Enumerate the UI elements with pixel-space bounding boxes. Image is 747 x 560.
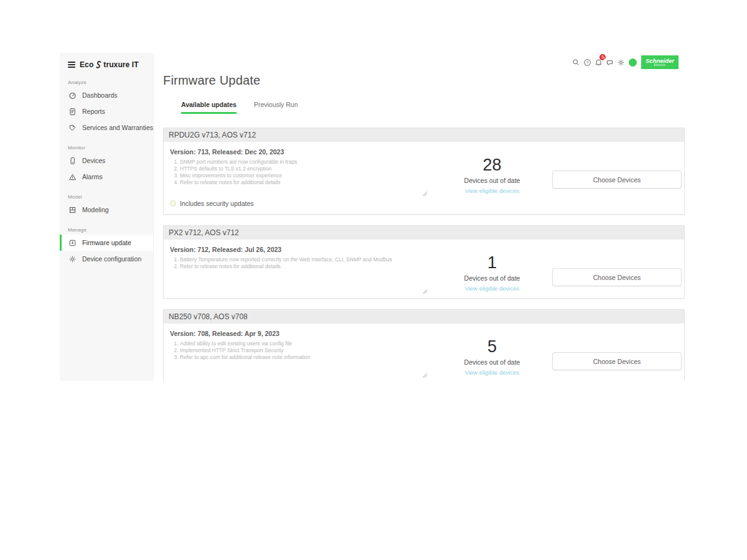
card-release-info: Version: 713, Released: Dec 20, 2023 SNM… bbox=[170, 147, 435, 207]
card-title: RPDU2G v713, AOS v712 bbox=[164, 128, 684, 142]
sidebar-section-manage: Manage bbox=[68, 227, 153, 233]
devices-count: 5 bbox=[435, 337, 550, 357]
release-notes-list: Battery Temperature now reported correct… bbox=[170, 256, 428, 270]
release-note: Implemented HTTP Strict Transport Securi… bbox=[180, 347, 428, 354]
firmware-card-px2: PX2 v712, AOS v712 Version: 712, Release… bbox=[163, 225, 685, 299]
firmware-card-rpdu2g: RPDU2G v713, AOS v712 Version: 713, Rele… bbox=[163, 128, 685, 215]
update-cards: RPDU2G v713, AOS v712 Version: 713, Rele… bbox=[163, 128, 685, 381]
release-note: Refer to release notes for additional de… bbox=[180, 179, 428, 186]
security-updates-row: Includes security updates bbox=[170, 200, 435, 207]
devices-count-label: Devices out of date bbox=[435, 274, 550, 282]
sidebar-item-label: Firmware update bbox=[82, 239, 131, 246]
firmware-card-nb250: NB250 v708, AOS v708 Version: 708, Relea… bbox=[163, 309, 685, 381]
view-eligible-devices-link[interactable]: View eligible devices bbox=[465, 369, 520, 376]
tab-bar: Available updates Previously Run bbox=[181, 101, 685, 114]
version-line: Version: 708, Released: Apr 9, 2023 bbox=[170, 330, 435, 337]
logo-text-truxure: truxure IT bbox=[103, 60, 138, 69]
sidebar-item-dashboards[interactable]: Dashboards bbox=[60, 87, 153, 103]
release-note: Refer to release notes for additional de… bbox=[180, 263, 428, 270]
main-content: Firmware Update Available updates Previo… bbox=[154, 53, 685, 381]
service-tag-icon bbox=[68, 124, 77, 132]
sidebar-item-alarms[interactable]: Alarms bbox=[60, 169, 153, 185]
sidebar-section-analyze: Analyze bbox=[68, 80, 153, 85]
page-title: Firmware Update bbox=[163, 73, 685, 88]
sidebar-item-services-warranties[interactable]: Services and Warranties bbox=[60, 119, 153, 136]
release-notes-area[interactable]: Battery Temperature now reported correct… bbox=[170, 256, 428, 295]
version-line: Version: 712, Released: Jul 26, 2023 bbox=[170, 246, 435, 253]
release-note: Battery Temperature now reported correct… bbox=[180, 256, 428, 263]
sidebar-section-monitor: Monitor bbox=[68, 145, 153, 151]
resize-grip-icon[interactable] bbox=[423, 373, 427, 378]
sidebar-item-label: Reports bbox=[82, 108, 105, 115]
release-note: Refer to apc.com for additional release … bbox=[180, 354, 428, 361]
release-note: Misc improvements to customer experience bbox=[180, 172, 428, 179]
security-label: Includes security updates bbox=[180, 200, 253, 207]
view-eligible-devices-link[interactable]: View eligible devices bbox=[465, 187, 520, 194]
out-of-date-summary: 5 Devices out of date View eligible devi… bbox=[435, 329, 550, 379]
sidebar-item-label: Modeling bbox=[82, 206, 109, 213]
card-title: PX2 v712, AOS v712 bbox=[164, 226, 684, 240]
sidebar-item-devices[interactable]: Devices bbox=[60, 152, 153, 169]
sidebar-section-model: Model bbox=[68, 194, 153, 200]
device-config-gear-icon bbox=[68, 255, 77, 263]
menu-icon[interactable] bbox=[68, 62, 75, 68]
sidebar-item-reports[interactable]: Reports bbox=[60, 103, 153, 119]
view-eligible-devices-link[interactable]: View eligible devices bbox=[465, 285, 520, 292]
card-title: NB250 v708, AOS v708 bbox=[164, 310, 684, 324]
sidebar-item-label: Dashboards bbox=[82, 91, 118, 99]
sidebar: Eco truxure IT Analyze Dashboards Report… bbox=[60, 53, 154, 381]
version-line: Version: 713, Released: Dec 20, 2023 bbox=[170, 148, 435, 156]
devices-count: 1 bbox=[435, 253, 550, 273]
sidebar-item-label: Services and Warranties bbox=[82, 124, 153, 131]
security-icon bbox=[170, 200, 176, 207]
resize-grip-icon[interactable] bbox=[423, 192, 427, 196]
dashboards-icon bbox=[68, 91, 77, 100]
logo-text-eco: Eco bbox=[80, 60, 93, 69]
choose-devices-button[interactable]: Choose Devices bbox=[552, 352, 682, 370]
choose-devices-button[interactable]: Choose Devices bbox=[552, 170, 682, 189]
tab-previously-run[interactable]: Previously Run bbox=[254, 101, 298, 114]
release-note: HTTPS defaults to TLS v1.2 encryption bbox=[180, 166, 428, 172]
ecostruxure-symbol-icon bbox=[94, 60, 103, 69]
sidebar-item-label: Devices bbox=[82, 157, 105, 164]
release-notes-list: Added ability to edit existing users via… bbox=[170, 340, 428, 361]
app-logo: Eco truxure IT bbox=[80, 60, 139, 69]
sidebar-item-firmware-update[interactable]: Firmware update bbox=[60, 235, 153, 251]
sidebar-item-device-configuration[interactable]: Device configuration bbox=[60, 251, 153, 267]
card-release-info: Version: 712, Released: Jul 26, 2023 Bat… bbox=[170, 245, 435, 295]
release-notes-area[interactable]: SNMP port numbers are now configurable i… bbox=[170, 159, 428, 197]
release-notes-area[interactable]: Added ability to edit existing users via… bbox=[170, 340, 428, 379]
release-note: Added ability to edit existing users via… bbox=[180, 340, 428, 347]
reports-icon bbox=[68, 108, 77, 116]
out-of-date-summary: 28 Devices out of date View eligible dev… bbox=[435, 147, 550, 207]
device-icon bbox=[68, 157, 77, 165]
tab-available-updates[interactable]: Available updates bbox=[181, 101, 237, 114]
sidebar-header: Eco truxure IT bbox=[60, 53, 153, 70]
sidebar-item-label: Device configuration bbox=[82, 255, 141, 263]
alarm-triangle-icon bbox=[68, 173, 77, 181]
sidebar-item-modeling[interactable]: Modeling bbox=[60, 202, 153, 218]
release-notes-list: SNMP port numbers are now configurable i… bbox=[170, 159, 428, 186]
choose-devices-button[interactable]: Choose Devices bbox=[552, 268, 682, 286]
out-of-date-summary: 1 Devices out of date View eligible devi… bbox=[435, 245, 550, 295]
devices-count-label: Devices out of date bbox=[435, 358, 550, 366]
resize-grip-icon[interactable] bbox=[423, 289, 427, 294]
app-window: Eco truxure IT Analyze Dashboards Report… bbox=[60, 53, 685, 381]
firmware-update-icon bbox=[68, 239, 77, 247]
modeling-icon bbox=[68, 206, 77, 214]
card-release-info: Version: 708, Released: Apr 9, 2023 Adde… bbox=[170, 329, 435, 379]
sidebar-item-label: Alarms bbox=[82, 173, 103, 180]
devices-count: 28 bbox=[435, 156, 550, 175]
release-note: SNMP port numbers are now configurable i… bbox=[180, 159, 428, 166]
devices-count-label: Devices out of date bbox=[435, 177, 550, 184]
